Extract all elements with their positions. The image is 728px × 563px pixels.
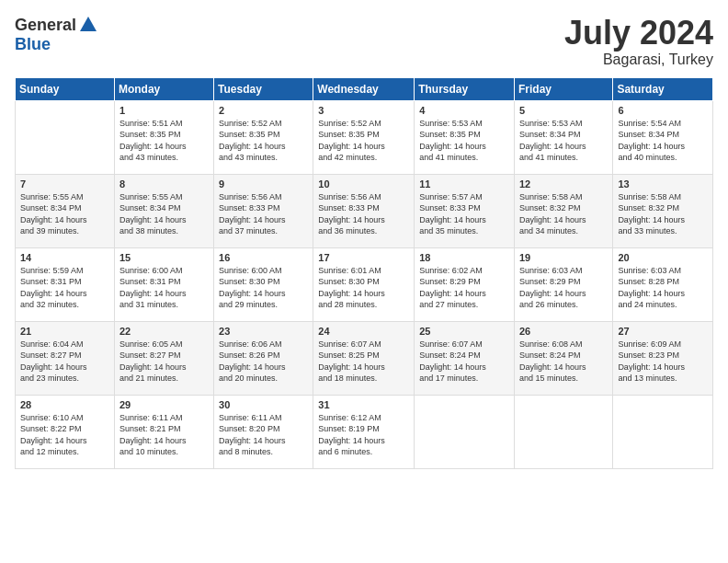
day-number: 11 <box>419 178 509 190</box>
calendar-cell: 30Sunrise: 6:11 AMSunset: 8:20 PMDayligh… <box>214 395 313 468</box>
calendar-cell: 28Sunrise: 6:10 AMSunset: 8:22 PMDayligh… <box>16 395 115 468</box>
calendar-week-row: 7Sunrise: 5:55 AMSunset: 8:34 PMDaylight… <box>16 174 713 247</box>
day-info: Sunrise: 5:54 AMSunset: 8:34 PMDaylight:… <box>618 118 708 164</box>
day-number: 16 <box>219 252 308 263</box>
header: General Blue July 2024 Bagarasi, Turkey <box>15 15 713 68</box>
day-info: Sunrise: 5:57 AMSunset: 8:33 PMDaylight:… <box>419 191 509 237</box>
day-number: 25 <box>419 326 509 337</box>
day-info: Sunrise: 5:59 AMSunset: 8:31 PMDaylight:… <box>20 265 109 311</box>
calendar-cell: 12Sunrise: 5:58 AMSunset: 8:32 PMDayligh… <box>514 174 612 247</box>
calendar-cell <box>613 395 713 468</box>
col-thursday: Thursday <box>415 77 515 100</box>
calendar-cell: 23Sunrise: 6:06 AMSunset: 8:26 PMDayligh… <box>214 321 313 395</box>
day-info: Sunrise: 5:58 AMSunset: 8:32 PMDaylight:… <box>519 191 608 237</box>
calendar-cell: 18Sunrise: 6:02 AMSunset: 8:29 PMDayligh… <box>415 247 515 321</box>
day-info: Sunrise: 5:51 AMSunset: 8:35 PMDaylight:… <box>119 118 209 164</box>
title-section: July 2024 Bagarasi, Turkey <box>564 15 713 68</box>
day-info: Sunrise: 5:56 AMSunset: 8:33 PMDaylight:… <box>318 191 409 237</box>
day-info: Sunrise: 6:12 AMSunset: 8:19 PMDaylight:… <box>318 412 409 458</box>
calendar-week-row: 28Sunrise: 6:10 AMSunset: 8:22 PMDayligh… <box>16 395 713 468</box>
col-sunday: Sunday <box>16 77 115 100</box>
day-number: 26 <box>519 326 608 337</box>
day-number: 5 <box>519 105 608 116</box>
col-tuesday: Tuesday <box>214 77 313 100</box>
day-info: Sunrise: 6:06 AMSunset: 8:26 PMDaylight:… <box>219 339 308 385</box>
calendar-cell: 4Sunrise: 5:53 AMSunset: 8:35 PMDaylight… <box>415 100 515 174</box>
logo-icon <box>78 15 98 35</box>
day-info: Sunrise: 6:05 AMSunset: 8:27 PMDaylight:… <box>119 339 209 385</box>
day-info: Sunrise: 6:01 AMSunset: 8:30 PMDaylight:… <box>318 265 409 311</box>
month-title: July 2024 <box>564 15 713 52</box>
calendar-cell: 11Sunrise: 5:57 AMSunset: 8:33 PMDayligh… <box>415 174 515 247</box>
location-title: Bagarasi, Turkey <box>564 52 713 68</box>
calendar-cell: 29Sunrise: 6:11 AMSunset: 8:21 PMDayligh… <box>114 395 213 468</box>
day-number: 27 <box>618 326 708 337</box>
day-number: 10 <box>318 178 409 190</box>
day-info: Sunrise: 6:08 AMSunset: 8:24 PMDaylight:… <box>519 339 608 385</box>
day-number: 8 <box>119 178 209 190</box>
calendar-cell: 25Sunrise: 6:07 AMSunset: 8:24 PMDayligh… <box>415 321 515 395</box>
calendar-cell: 15Sunrise: 6:00 AMSunset: 8:31 PMDayligh… <box>114 247 213 321</box>
calendar-cell: 5Sunrise: 5:53 AMSunset: 8:34 PMDaylight… <box>514 100 612 174</box>
calendar-cell: 22Sunrise: 6:05 AMSunset: 8:27 PMDayligh… <box>114 321 213 395</box>
col-wednesday: Wednesday <box>313 77 415 100</box>
day-number: 28 <box>20 399 109 410</box>
calendar-cell: 9Sunrise: 5:56 AMSunset: 8:33 PMDaylight… <box>214 174 313 247</box>
day-info: Sunrise: 6:03 AMSunset: 8:28 PMDaylight:… <box>618 265 708 311</box>
calendar-week-row: 1Sunrise: 5:51 AMSunset: 8:35 PMDaylight… <box>16 100 713 174</box>
calendar-cell: 13Sunrise: 5:58 AMSunset: 8:32 PMDayligh… <box>613 174 713 247</box>
day-info: Sunrise: 6:07 AMSunset: 8:24 PMDaylight:… <box>419 339 509 385</box>
calendar-cell: 16Sunrise: 6:00 AMSunset: 8:30 PMDayligh… <box>214 247 313 321</box>
day-info: Sunrise: 5:52 AMSunset: 8:35 PMDaylight:… <box>219 118 308 164</box>
day-number: 2 <box>219 105 308 116</box>
calendar-cell: 19Sunrise: 6:03 AMSunset: 8:29 PMDayligh… <box>514 247 612 321</box>
day-number: 14 <box>20 252 109 263</box>
calendar-cell: 10Sunrise: 5:56 AMSunset: 8:33 PMDayligh… <box>313 174 415 247</box>
day-info: Sunrise: 5:56 AMSunset: 8:33 PMDaylight:… <box>219 191 308 237</box>
day-number: 13 <box>618 178 708 190</box>
day-number: 21 <box>20 326 109 337</box>
calendar-cell: 17Sunrise: 6:01 AMSunset: 8:30 PMDayligh… <box>313 247 415 321</box>
day-info: Sunrise: 6:03 AMSunset: 8:29 PMDaylight:… <box>519 265 608 311</box>
calendar-week-row: 14Sunrise: 5:59 AMSunset: 8:31 PMDayligh… <box>16 247 713 321</box>
logo-blue-text: Blue <box>15 35 51 54</box>
day-info: Sunrise: 6:00 AMSunset: 8:31 PMDaylight:… <box>119 265 209 311</box>
day-info: Sunrise: 6:07 AMSunset: 8:25 PMDaylight:… <box>318 339 409 385</box>
page-container: General Blue July 2024 Bagarasi, Turkey … <box>0 0 728 563</box>
calendar-table: Sunday Monday Tuesday Wednesday Thursday… <box>15 77 713 469</box>
day-number: 7 <box>20 178 109 190</box>
day-info: Sunrise: 5:53 AMSunset: 8:35 PMDaylight:… <box>419 118 509 164</box>
day-info: Sunrise: 5:53 AMSunset: 8:34 PMDaylight:… <box>519 118 608 164</box>
day-number: 24 <box>318 326 409 337</box>
day-info: Sunrise: 5:55 AMSunset: 8:34 PMDaylight:… <box>20 191 109 237</box>
day-info: Sunrise: 5:58 AMSunset: 8:32 PMDaylight:… <box>618 191 708 237</box>
day-info: Sunrise: 6:00 AMSunset: 8:30 PMDaylight:… <box>219 265 308 311</box>
day-number: 17 <box>318 252 409 263</box>
calendar-cell <box>415 395 515 468</box>
day-number: 12 <box>519 178 608 190</box>
day-number: 18 <box>419 252 509 263</box>
day-number: 31 <box>318 399 409 410</box>
day-number: 23 <box>219 326 308 337</box>
day-number: 19 <box>519 252 608 263</box>
calendar-cell: 8Sunrise: 5:55 AMSunset: 8:34 PMDaylight… <box>114 174 213 247</box>
calendar-cell: 31Sunrise: 6:12 AMSunset: 8:19 PMDayligh… <box>313 395 415 468</box>
day-number: 4 <box>419 105 509 116</box>
calendar-cell: 14Sunrise: 5:59 AMSunset: 8:31 PMDayligh… <box>16 247 115 321</box>
day-number: 29 <box>119 399 209 410</box>
calendar-cell: 24Sunrise: 6:07 AMSunset: 8:25 PMDayligh… <box>313 321 415 395</box>
col-saturday: Saturday <box>613 77 713 100</box>
day-info: Sunrise: 6:09 AMSunset: 8:23 PMDaylight:… <box>618 339 708 385</box>
col-monday: Monday <box>114 77 213 100</box>
logo: General Blue <box>15 15 98 54</box>
calendar-cell <box>16 100 115 174</box>
day-number: 22 <box>119 326 209 337</box>
day-number: 30 <box>219 399 308 410</box>
calendar-cell: 7Sunrise: 5:55 AMSunset: 8:34 PMDaylight… <box>16 174 115 247</box>
calendar-cell: 26Sunrise: 6:08 AMSunset: 8:24 PMDayligh… <box>514 321 612 395</box>
calendar-week-row: 21Sunrise: 6:04 AMSunset: 8:27 PMDayligh… <box>16 321 713 395</box>
calendar-cell <box>514 395 612 468</box>
calendar-header-row: Sunday Monday Tuesday Wednesday Thursday… <box>16 77 713 100</box>
day-info: Sunrise: 5:55 AMSunset: 8:34 PMDaylight:… <box>119 191 209 237</box>
calendar-cell: 6Sunrise: 5:54 AMSunset: 8:34 PMDaylight… <box>613 100 713 174</box>
